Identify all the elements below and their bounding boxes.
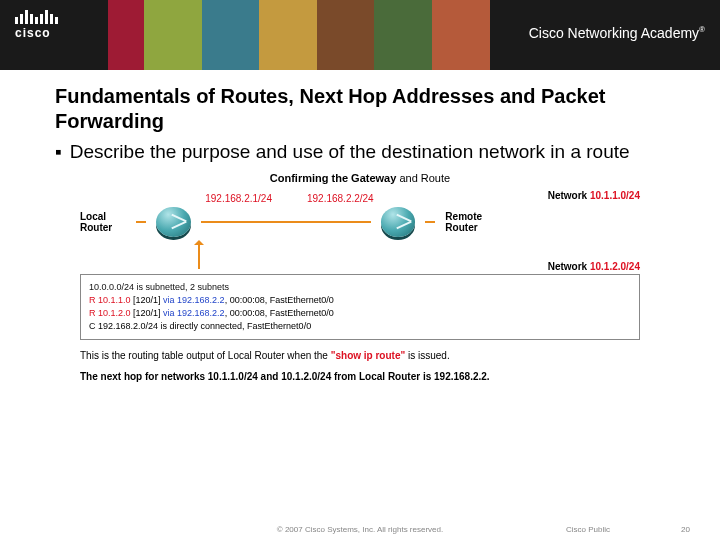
ip-right: 192.168.2.2/24 <box>307 193 374 204</box>
cap1a: This is the routing table output of Loca… <box>80 350 331 361</box>
rt-line-4: C 192.168.2.0/24 is directly connected, … <box>89 320 631 333</box>
net2-text: Network <box>548 261 590 272</box>
footer: © 2007 Cisco Systems, Inc. All rights re… <box>0 525 720 534</box>
slide-title: Fundamentals of Routes, Next Hop Address… <box>55 84 665 134</box>
cap1b: "show ip route" <box>331 350 405 361</box>
net2-ip: 10.1.2.0/24 <box>590 261 640 272</box>
network-2: Network 10.1.2.0/24 <box>548 261 640 272</box>
academy-label: Cisco Networking Academy® <box>529 25 705 41</box>
footer-label: Cisco Public <box>566 525 610 534</box>
remote-router-label: Remote Router <box>445 211 499 233</box>
page-number: 20 <box>681 525 690 534</box>
cisco-logo: cisco <box>15 10 58 40</box>
rt2-via: via 192.168.2.2 <box>163 295 225 305</box>
diagram: Confirming the Gateway and Route 192.168… <box>80 172 640 382</box>
slide-content: Fundamentals of Routes, Next Hop Address… <box>0 70 720 382</box>
routing-table-box: 10.0.0.0/24 is subnetted, 2 subnets R 10… <box>80 274 640 340</box>
diagram-title-b: and Route <box>396 172 450 184</box>
arrow-icon <box>198 241 200 269</box>
net1-ip: 10.1.1.0/24 <box>590 190 640 201</box>
rt3-rest: , 00:00:08, FastEthernet0/0 <box>225 308 334 318</box>
arrow-down <box>198 241 200 269</box>
rt-line-1: 10.0.0.0/24 is subnetted, 2 subnets <box>89 281 631 294</box>
footer-copyright: © 2007 Cisco Systems, Inc. All rights re… <box>0 525 720 534</box>
network-1: Network 10.1.1.0/24 <box>548 190 640 201</box>
academy-text: Cisco Networking Academy <box>529 25 699 41</box>
rt-line-3: R 10.1.2.0 [120/1] via 192.168.2.2, 00:0… <box>89 307 631 320</box>
bullet-text: Describe the purpose and use of the dest… <box>70 140 630 164</box>
diagram-title: Confirming the Gateway and Route <box>80 172 640 184</box>
caption-2: The next hop for networks 10.1.1.0/24 an… <box>80 371 640 382</box>
rt2-net: R 10.1.1.0 <box>89 295 131 305</box>
rt3-metric: [120/1] <box>131 308 164 318</box>
diagram-title-a: Confirming the Gateway <box>270 172 397 184</box>
router-icon <box>156 207 190 237</box>
local-router-label: Local Router <box>80 211 126 233</box>
topology-row: Local Router Remote Router <box>80 207 499 237</box>
router-icon <box>381 207 415 237</box>
rt3-via: via 192.168.2.2 <box>163 308 225 318</box>
cisco-bars-icon <box>15 10 58 24</box>
rt3-net: R 10.1.2.0 <box>89 308 131 318</box>
caption-1: This is the routing table output of Loca… <box>80 350 640 361</box>
cap1c: is issued. <box>405 350 449 361</box>
trademark-icon: ® <box>699 25 705 34</box>
ip-left: 192.168.2.1/24 <box>205 193 272 204</box>
net1-text: Network <box>548 190 590 201</box>
rt2-rest: , 00:00:08, FastEthernet0/0 <box>225 295 334 305</box>
rt-line-2: R 10.1.1.0 [120/1] via 192.168.2.2, 00:0… <box>89 294 631 307</box>
link-line <box>201 221 371 223</box>
network-labels: Network 10.1.1.0/24 Network 10.1.2.0/24 <box>499 190 640 272</box>
header-band: cisco Cisco Networking Academy® <box>0 0 720 70</box>
rt2-metric: [120/1] <box>131 295 164 305</box>
interface-ip-row: 192.168.2.1/24 192.168.2.2/24 <box>80 193 499 204</box>
bullet-icon: ▪ <box>55 140 62 164</box>
bullet-row: ▪ Describe the purpose and use of the de… <box>55 140 665 164</box>
cisco-wordmark: cisco <box>15 26 58 40</box>
